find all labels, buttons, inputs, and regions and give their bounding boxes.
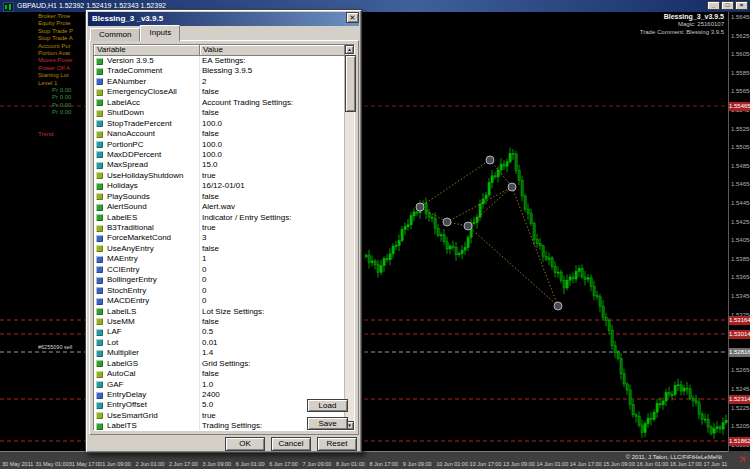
param-row[interactable]: LabelLSLot Size Settings: [94, 307, 345, 317]
dialog-tabs: Common Inputs [90, 26, 180, 41]
param-value: 0.01 [202, 338, 343, 348]
param-value: Account Trading Settings: [202, 98, 343, 108]
ea-status-line: Stop Trade P [38, 28, 85, 35]
price-axis-label: 1.55854 [731, 70, 750, 76]
close-icon [350, 14, 356, 21]
param-row[interactable]: LAF0.5 [94, 327, 345, 337]
scrollbar-thumb[interactable] [345, 55, 356, 112]
time-axis-label: 14 Jun 01:00 [536, 461, 568, 467]
param-row[interactable]: LabelAccAccount Trading Settings: [94, 98, 345, 108]
param-value: 3 [202, 233, 343, 243]
param-type-icon [96, 204, 103, 211]
param-row[interactable]: MaxDDPercent100.0 [94, 150, 345, 160]
scroll-up-button[interactable] [345, 45, 354, 54]
dialog-titlebar[interactable]: Blessing_3 _v3.9.5 [88, 12, 359, 26]
param-variable: AutoCal [107, 369, 199, 379]
param-value: 0 [202, 286, 343, 296]
param-row[interactable]: B3Traditionaltrue [94, 223, 345, 233]
param-row[interactable]: Version 3.9.5EA Settings: [94, 56, 345, 66]
param-value: 0 [202, 296, 343, 306]
minimize-icon [712, 2, 715, 8]
param-row[interactable]: BollingerEntry0 [94, 275, 345, 285]
dialog-close-button[interactable] [346, 12, 359, 23]
param-type-icon [96, 193, 103, 200]
ok-button[interactable]: OK [225, 437, 265, 451]
param-row[interactable]: PortionPC100.0 [94, 140, 345, 150]
inputs-scrollbar[interactable] [344, 45, 354, 430]
order-line-label: #6255090 sell [38, 344, 72, 350]
param-variable: LabelTS [107, 421, 199, 430]
ea-status-line: Trend [38, 131, 85, 138]
param-type-icon [96, 78, 103, 85]
param-row[interactable]: GAF1.0 [94, 380, 345, 390]
plane-logo-icon [734, 451, 750, 468]
param-variable: MaxDDPercent [107, 150, 199, 160]
param-variable: EmergencyCloseAll [107, 87, 199, 97]
column-header-value[interactable]: Value [200, 45, 345, 56]
param-row[interactable]: UseAnyEntryfalse [94, 244, 345, 254]
price-marker-box: 1.52314 [729, 395, 750, 404]
save-button[interactable]: Save [307, 417, 348, 430]
cancel-button[interactable]: Cancel [271, 437, 311, 451]
reset-button[interactable]: Reset [317, 437, 357, 451]
param-row[interactable]: TradeCommentBlessing 3.9.5 [94, 66, 345, 76]
param-variable: CCIEntry [107, 265, 199, 275]
minimize-button[interactable] [707, 1, 720, 10]
param-row[interactable]: StopTradePercent100.0 [94, 119, 345, 129]
time-axis-label: 14 Jun 17:00 [570, 461, 602, 467]
time-axis-label: 9 Jun 09:00 [403, 461, 432, 467]
param-row[interactable]: PlaySoundsfalse [94, 192, 345, 202]
param-value: Grid Settings: [202, 359, 343, 369]
param-row[interactable]: LabelESIndicator / Entry Settings: [94, 213, 345, 223]
param-row[interactable]: MaxSpread15.0 [94, 160, 345, 170]
price-axis-label: 1.54454 [731, 200, 750, 206]
param-row[interactable]: AutoCalfalse [94, 369, 345, 379]
ea-status-line: Broker Time [38, 13, 85, 20]
restore-button[interactable] [721, 1, 734, 10]
price-axis[interactable]: 1.564541.562541.560541.558541.556541.554… [728, 12, 750, 451]
param-row[interactable]: Holidays16/12-01/01 [94, 181, 345, 191]
param-type-icon [96, 402, 103, 409]
param-variable: LAF [107, 327, 199, 337]
param-type-icon [96, 235, 103, 242]
ea-status-line: Stop Trade A [38, 35, 85, 42]
time-axis-label: 1 Jun 09:00 [102, 461, 131, 467]
price-axis-label: 1.52454 [731, 386, 750, 392]
param-row[interactable]: LabelGSGrid Settings: [94, 359, 345, 369]
column-header-variable[interactable]: Variable [94, 45, 200, 56]
ea-status-panel: Broker TimeEquity ProteStop Trade PStop … [38, 13, 85, 138]
param-row[interactable]: EANumber2 [94, 77, 345, 87]
price-marker-box: 1.55465 [729, 102, 750, 111]
param-row[interactable]: Multiplier1.4 [94, 348, 345, 358]
param-row[interactable]: UseMMfalse [94, 317, 345, 327]
param-value: 1.0 [202, 380, 343, 390]
window-controls [707, 1, 748, 10]
param-variable: Version 3.9.5 [107, 56, 199, 66]
ea-comment-label: Trade Comment: Blessing 3.9.5 [640, 29, 724, 37]
param-row[interactable]: EmergencyCloseAllfalse [94, 87, 345, 97]
load-button[interactable]: Load [307, 399, 348, 412]
param-row[interactable]: UseHolidayShutdowntrue [94, 171, 345, 181]
param-type-icon [96, 392, 103, 399]
price-axis-label: 1.56454 [731, 14, 750, 20]
tab-common[interactable]: Common [90, 28, 140, 41]
param-type-icon [96, 318, 103, 325]
param-row[interactable]: ShutDownfalse [94, 108, 345, 118]
param-row[interactable]: MAEntry1 [94, 254, 345, 264]
close-window-button[interactable] [735, 1, 748, 10]
time-axis[interactable]: © 2011, J.Talon, LLC/FiFtHeLeMeNt 30 May… [0, 451, 750, 469]
param-row[interactable]: MACDEntry0 [94, 296, 345, 306]
param-row[interactable]: NanoAccountfalse [94, 129, 345, 139]
param-row[interactable]: ForceMarketCond3 [94, 233, 345, 243]
param-row[interactable]: CCIEntry0 [94, 265, 345, 275]
param-value: 100.0 [202, 140, 343, 150]
param-row[interactable]: StochEntry0 [94, 286, 345, 296]
param-row[interactable]: Lot0.01 [94, 338, 345, 348]
tab-inputs[interactable]: Inputs [140, 25, 180, 41]
time-axis-label: 31 May 17:00 [69, 461, 102, 467]
param-type-icon [96, 423, 103, 430]
param-row[interactable]: AlertSoundAlert.wav [94, 202, 345, 212]
param-variable: AlertSound [107, 202, 199, 212]
ea-status-line: Pr 0.00 [52, 102, 85, 109]
param-value: false [202, 192, 343, 202]
